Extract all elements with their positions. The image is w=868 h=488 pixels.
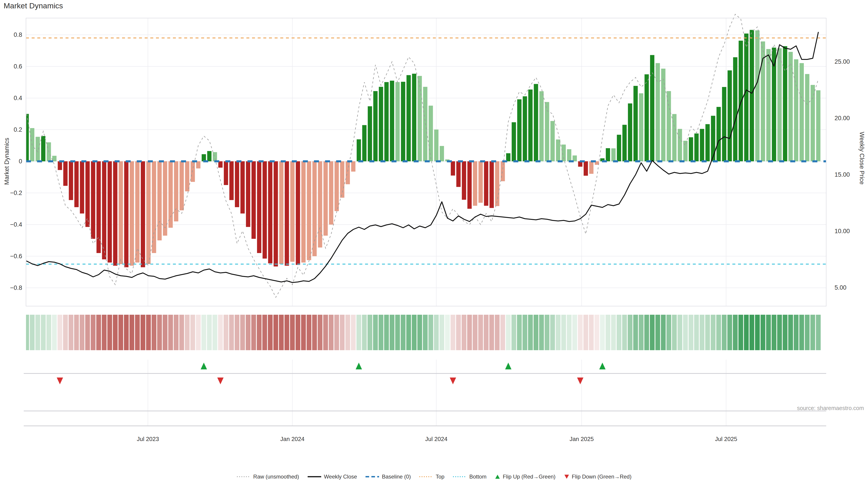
bar-positive xyxy=(655,63,660,161)
bar-negative xyxy=(229,161,234,200)
heatmap-cell xyxy=(561,315,566,350)
heatmap-cell xyxy=(523,315,527,350)
bar-negative xyxy=(268,161,272,263)
bar-negative xyxy=(279,161,283,264)
bar-negative xyxy=(495,161,499,206)
heatmap-cell xyxy=(57,315,62,350)
heatmap-cell xyxy=(816,315,821,350)
heatmap-cell xyxy=(550,315,555,350)
heatmap-cell xyxy=(229,315,234,350)
heatmap-strip xyxy=(24,315,821,350)
bar-positive xyxy=(744,33,748,161)
bar-positive xyxy=(550,121,555,162)
right-axis-tick: 20.00 xyxy=(835,115,850,122)
bar-positive xyxy=(783,46,787,161)
left-axis-tick: −0.4 xyxy=(10,221,22,228)
bar-negative xyxy=(180,161,184,210)
bar-positive xyxy=(401,82,405,161)
bar-positive xyxy=(440,146,444,161)
heatmap-cell xyxy=(202,315,206,350)
bar-negative xyxy=(168,161,173,228)
bar-positive xyxy=(661,69,665,161)
heatmap-cell xyxy=(644,315,649,350)
heatmap-cell xyxy=(240,315,245,350)
weekly-close-line xyxy=(27,32,818,283)
heatmap-cell xyxy=(655,315,660,350)
heatmap-cell xyxy=(412,315,416,350)
heatmap-cell xyxy=(274,315,278,350)
heatmap-cell xyxy=(395,315,400,350)
bar-negative xyxy=(473,161,477,206)
heatmap-cell xyxy=(323,315,328,350)
heatmap-cell xyxy=(594,315,599,350)
heatmap-cell xyxy=(401,315,405,350)
heatmap-cell xyxy=(783,315,787,350)
left-axis-title: Market Dynamics xyxy=(3,138,10,185)
bar-positive xyxy=(423,87,428,161)
heatmap-cell xyxy=(107,315,112,350)
left-axis-tick: −0.8 xyxy=(10,285,22,291)
bar-positive xyxy=(678,129,682,162)
heatmap-cell xyxy=(157,315,162,350)
heatmap-cell xyxy=(539,315,544,350)
heatmap-cell xyxy=(512,315,516,350)
heatmap-cell xyxy=(772,315,776,350)
bar-negative xyxy=(274,161,278,267)
bar-positive xyxy=(694,133,699,161)
heatmap-cell xyxy=(356,315,361,350)
heatmap-cell xyxy=(63,315,68,350)
legend-item-flip-down-green-red: Flip Down (Green→Red) xyxy=(564,474,631,480)
heatmap-cell xyxy=(312,315,317,350)
bar-positive xyxy=(523,96,527,161)
flip-up-triangle-icon xyxy=(201,363,207,369)
bar-positive xyxy=(711,116,715,161)
bar-positive xyxy=(556,139,560,161)
marker-panel xyxy=(24,373,826,426)
heatmap-cell xyxy=(68,315,73,350)
raw-line xyxy=(27,14,818,297)
legend-item-weekly-close: Weekly Close xyxy=(307,474,357,480)
bar-negative xyxy=(157,161,162,240)
x-axis-tick: Jul 2023 xyxy=(137,435,159,442)
heatmap-cell xyxy=(467,315,472,350)
right-axis-tick: 25.00 xyxy=(835,58,850,65)
bar-positive xyxy=(406,75,411,162)
left-axis-tick: −0.6 xyxy=(10,253,22,260)
heatmap-cell xyxy=(268,315,273,350)
bar-negative xyxy=(241,161,245,214)
bar-positive xyxy=(717,107,721,161)
bar-positive xyxy=(512,122,516,161)
heatmap-cell xyxy=(473,315,477,350)
heatmap-cell xyxy=(489,315,494,350)
bar-positive xyxy=(41,136,45,161)
left-axis-tick: 0 xyxy=(19,158,22,165)
right-axis-title: Weekly Close Price xyxy=(858,132,865,185)
left-axis-tick: 0.6 xyxy=(13,63,22,70)
bar-negative xyxy=(96,161,101,253)
bar-negative xyxy=(135,161,140,263)
bar-negative xyxy=(74,161,79,207)
bar-negative xyxy=(329,161,333,225)
legend-item-baseline-0: Baseline (0) xyxy=(365,474,411,480)
heatmap-cell xyxy=(102,315,106,350)
left-axis-tick: −0.2 xyxy=(10,190,22,196)
bar-negative xyxy=(80,161,84,214)
heatmap-cell xyxy=(672,315,677,350)
bar-negative xyxy=(224,161,228,185)
bar-positive xyxy=(750,30,754,161)
heatmap-cell xyxy=(262,315,267,350)
bar-negative xyxy=(290,161,294,262)
heatmap-cell xyxy=(74,315,79,350)
right-axis-tick: 15.00 xyxy=(835,171,850,178)
bar-negative xyxy=(130,161,134,266)
bar-negative xyxy=(584,161,588,176)
bar-positive xyxy=(373,91,377,161)
bar-positive xyxy=(528,90,532,161)
bar-positive xyxy=(700,129,704,162)
heatmap-cell xyxy=(318,315,322,350)
bar-negative xyxy=(501,161,505,181)
heatmap-cell xyxy=(688,315,693,350)
heatmap-cell xyxy=(351,315,355,350)
heatmap-cell xyxy=(368,315,372,350)
x-axis-tick: Jul 2024 xyxy=(425,435,447,442)
